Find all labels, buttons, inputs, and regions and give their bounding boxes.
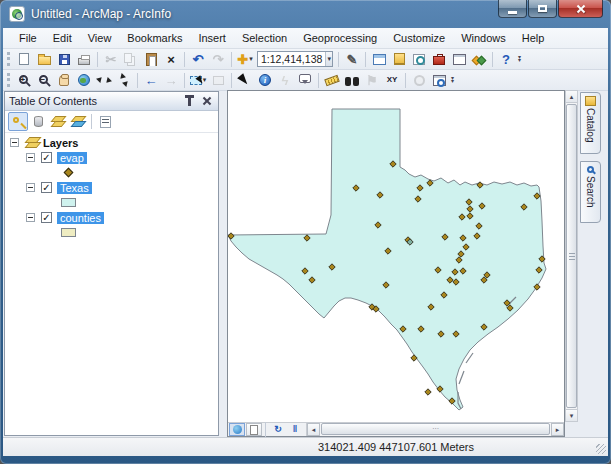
menu-edit[interactable]: Edit [45, 29, 80, 47]
redo-button[interactable]: ↷ [208, 50, 228, 69]
side-tab-search[interactable]: Search [580, 161, 601, 223]
fixed-zoom-in-button[interactable] [94, 71, 114, 90]
menu-geoprocessing[interactable]: Geoprocessing [295, 29, 385, 47]
select-features-button[interactable]: ▾ [188, 71, 208, 90]
cut-button[interactable]: ✂ [101, 50, 121, 69]
print-button[interactable] [74, 50, 94, 69]
close-button[interactable] [558, 0, 603, 18]
side-tab-catalog[interactable]: Catalog [580, 92, 601, 154]
menu-help[interactable]: Help [514, 29, 553, 47]
go-forward-extent-button[interactable]: → [161, 71, 181, 90]
toolbar-separator [405, 73, 406, 88]
layer-visibility-checkbox[interactable]: ✓ [41, 152, 52, 163]
zoom-out-icon [39, 75, 48, 84]
select-elements-button[interactable] [235, 71, 255, 90]
scroll-left-button[interactable]: ◂ [307, 423, 320, 436]
vertical-scroll-thumb[interactable] [566, 104, 577, 408]
pan-button[interactable] [54, 71, 74, 90]
polygon-symbol-swatch[interactable] [61, 198, 76, 207]
point-symbol-swatch[interactable] [64, 168, 74, 178]
toolbar-grip[interactable] [7, 73, 10, 87]
html-popup-button[interactable] [295, 71, 315, 90]
toolbar-grip[interactable] [7, 52, 10, 66]
layer-label-counties[interactable]: counties [57, 212, 104, 224]
horizontal-scroll-track[interactable]: ⋯ [320, 423, 551, 436]
delete-button[interactable]: × [161, 50, 181, 69]
polygon-symbol-swatch[interactable] [61, 228, 76, 237]
toc-close-button[interactable] [199, 94, 214, 108]
data-view-button[interactable] [229, 423, 245, 436]
expander-icon[interactable] [26, 183, 35, 192]
search-window-button[interactable] [409, 50, 429, 69]
measure-button[interactable] [322, 71, 342, 90]
table-of-contents-window-button[interactable] [369, 50, 389, 69]
editor-toolbar-button[interactable]: ✎ [342, 50, 362, 69]
vertical-scrollbar[interactable]: ▴ ▾ [565, 90, 578, 422]
minimize-button[interactable] [498, 0, 527, 18]
scroll-right-button[interactable]: ▸ [551, 423, 564, 436]
menu-view[interactable]: View [80, 29, 120, 47]
menu-selection[interactable]: Selection [234, 29, 295, 47]
layer-label-evap[interactable]: evap [57, 152, 87, 164]
toolbar-overflow-button[interactable]: ▾▾ [451, 77, 454, 83]
add-data-button[interactable]: ✚▾ [235, 50, 255, 69]
menu-bookmarks[interactable]: Bookmarks [119, 29, 190, 47]
new-map-file-button[interactable] [14, 50, 34, 69]
menu-windows[interactable]: Windows [453, 29, 514, 47]
expander-icon[interactable] [26, 213, 35, 222]
catalog-window-button[interactable] [389, 50, 409, 69]
scroll-up-button[interactable]: ▴ [566, 91, 577, 103]
paste-button[interactable] [141, 50, 161, 69]
layers-group-label[interactable]: Layers [40, 137, 81, 149]
identify-button[interactable] [255, 71, 275, 90]
layout-view-button[interactable] [246, 423, 262, 436]
maximize-button[interactable] [528, 0, 557, 18]
find-route-button[interactable]: ⚑ [362, 71, 382, 90]
copy-button[interactable] [121, 50, 141, 69]
pause-drawing-button[interactable]: ‖ [287, 423, 303, 436]
list-by-visibility-button[interactable] [48, 112, 68, 131]
time-slider-button[interactable] [409, 71, 429, 90]
full-extent-button[interactable] [74, 71, 94, 90]
expander-icon[interactable] [10, 138, 19, 147]
python-window-button[interactable] [449, 50, 469, 69]
viewer-window-button[interactable] [429, 71, 449, 90]
zoom-in-button[interactable] [14, 71, 34, 90]
hyperlink-button[interactable]: ϟ [275, 71, 295, 90]
find-button[interactable] [342, 71, 362, 90]
undo-button[interactable]: ↶ [188, 50, 208, 69]
toc-pin-button[interactable] [182, 94, 197, 108]
go-to-xy-button[interactable]: XY [382, 71, 402, 90]
list-by-drawing-order-button[interactable] [8, 112, 28, 131]
menu-customize[interactable]: Customize [385, 29, 453, 47]
map-scale-dropdown-button[interactable]: ▾ [325, 52, 332, 66]
undo-icon: ↶ [193, 53, 204, 66]
map-canvas[interactable] [228, 91, 564, 422]
title-bar[interactable]: Untitled - ArcMap - ArcInfo [0, 0, 611, 28]
list-by-selection-button[interactable] [68, 112, 88, 131]
open-button[interactable] [34, 50, 54, 69]
menu-file[interactable]: File [11, 29, 45, 47]
zoom-out-button[interactable] [34, 71, 54, 90]
map-scale-combo[interactable]: 1:12,414,138▾ [257, 51, 333, 67]
refresh-view-button[interactable]: ↻ [270, 423, 286, 436]
go-back-extent-button[interactable]: ← [141, 71, 161, 90]
expander-icon[interactable] [26, 153, 35, 162]
save-button[interactable] [54, 50, 74, 69]
scroll-down-button[interactable]: ▾ [566, 409, 577, 421]
clear-selected-features-button[interactable] [208, 71, 228, 90]
layer-label-Texas[interactable]: Texas [57, 182, 92, 194]
whats-this-help-button[interactable]: ? [496, 50, 516, 69]
toc-options-button[interactable] [95, 112, 115, 131]
resize-grip[interactable] [596, 444, 606, 454]
layer-visibility-checkbox[interactable]: ✓ [41, 212, 52, 223]
arctoolbox-window-button[interactable] [429, 50, 449, 69]
layer-visibility-checkbox[interactable]: ✓ [41, 182, 52, 193]
fixed-zoom-out-button[interactable] [114, 71, 134, 90]
list-by-source-button[interactable] [28, 112, 48, 131]
menu-insert[interactable]: Insert [190, 29, 234, 47]
pan-icon [59, 75, 69, 86]
horizontal-scroll-thumb[interactable]: ⋯ [321, 423, 550, 435]
model-builder-button[interactable] [469, 50, 489, 69]
toolbar-overflow-button[interactable]: ▾▾ [518, 56, 521, 62]
